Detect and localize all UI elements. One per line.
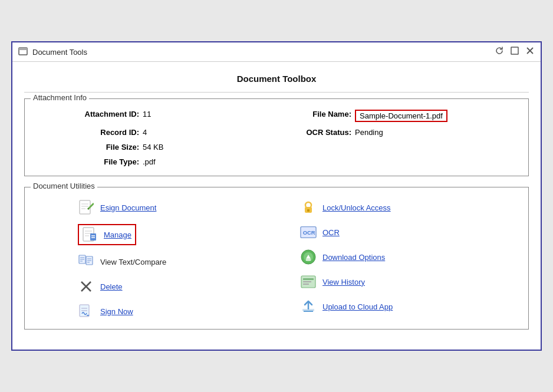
label-file-size: File Size: <box>37 143 143 151</box>
attachment-info-section: Attachment Info Attachment ID: 11 File N… <box>24 98 529 176</box>
download-link[interactable]: Download Options <box>322 253 385 262</box>
svg-rect-34 <box>307 209 310 212</box>
value-file-size: 54 KB <box>143 143 272 151</box>
svg-rect-15 <box>90 233 96 241</box>
lock-unlock-icon <box>300 199 317 216</box>
lock-unlock-item[interactable]: Lock/Unlock Access <box>300 199 391 216</box>
view-history-link[interactable]: View History <box>322 278 365 286</box>
sign-now-icon <box>78 303 94 319</box>
close-button[interactable] <box>525 46 535 58</box>
value-attachment-id: 11 <box>143 110 272 122</box>
label-file-name: File Name: <box>272 110 355 122</box>
view-history-item[interactable]: View History <box>300 274 365 290</box>
svg-rect-2 <box>511 47 518 54</box>
label-file-type: File Type: <box>37 157 143 166</box>
refresh-button[interactable] <box>495 46 504 58</box>
ocr-icon: OCR <box>300 224 317 241</box>
value-file-type: .pdf <box>143 157 272 166</box>
attachment-info-legend: Attachment Info <box>31 93 89 102</box>
sign-now-link[interactable]: Sign Now <box>100 307 133 316</box>
view-text-icon <box>78 253 94 270</box>
title-bar-left: Document Tools <box>18 47 87 58</box>
lock-unlock-link[interactable]: Lock/Unlock Access <box>322 203 391 212</box>
svg-rect-5 <box>80 200 90 214</box>
utilities-left-col: Esign Document <box>37 199 276 319</box>
sign-now-item[interactable]: Sign Now <box>78 303 133 319</box>
maximize-button[interactable] <box>510 46 519 58</box>
document-utilities-section: Document Utilities <box>24 187 529 330</box>
manage-link[interactable]: Manage <box>104 230 131 239</box>
label-ocr-status: OCR Status: <box>272 128 355 137</box>
delete-link[interactable]: Delete <box>100 282 123 291</box>
value-file-name: Sample-Document-1.pdf <box>355 110 473 122</box>
window-icon <box>18 47 28 58</box>
download-item[interactable]: Download Options <box>300 249 385 265</box>
svg-text:OCR: OCR <box>303 230 315 236</box>
value-ocr-status: Pending <box>355 128 473 137</box>
title-bar-controls <box>495 46 535 58</box>
ocr-item[interactable]: OCR OCR <box>300 224 340 241</box>
document-utilities-legend: Document Utilities <box>31 182 97 190</box>
label-record-id: Record ID: <box>37 128 143 137</box>
title-bar: Document Tools <box>12 42 541 62</box>
view-text-label: View Text/Compare <box>100 258 166 266</box>
delete-icon <box>78 278 94 295</box>
label-attachment-id: Attachment ID: <box>37 110 143 122</box>
title-divider <box>24 92 529 93</box>
download-icon <box>300 249 317 265</box>
esign-document-item[interactable]: Esign Document <box>78 199 156 216</box>
upload-cloud-link[interactable]: Upload to Cloud App <box>322 302 393 311</box>
value-record-id: 4 <box>143 128 272 137</box>
window-body: Document Toolbox Attachment Info Attachm… <box>12 62 541 350</box>
view-text-item[interactable]: View Text/Compare <box>78 253 166 270</box>
window-title: Document Toolbox <box>24 68 529 92</box>
esign-document-link[interactable]: Esign Document <box>100 203 156 212</box>
ocr-link[interactable]: OCR <box>322 228 340 237</box>
svg-rect-43 <box>303 281 311 282</box>
main-window: Document Tools Docum <box>11 41 542 351</box>
esign-icon <box>78 199 94 216</box>
svg-rect-1 <box>19 48 27 50</box>
upload-cloud-item[interactable]: Upload to Cloud App <box>300 298 393 315</box>
svg-rect-44 <box>303 284 309 285</box>
manage-icon <box>81 226 98 243</box>
title-bar-text: Document Tools <box>32 48 87 57</box>
upload-cloud-icon <box>300 298 317 315</box>
file-name-highlighted: Sample-Document-1.pdf <box>355 110 447 122</box>
delete-item[interactable]: Delete <box>78 278 123 295</box>
manage-item[interactable]: Manage <box>78 224 136 245</box>
utilities-right-col: Lock/Unlock Access OCR OCR <box>276 199 516 319</box>
svg-rect-42 <box>303 278 314 280</box>
view-history-icon <box>300 274 317 290</box>
